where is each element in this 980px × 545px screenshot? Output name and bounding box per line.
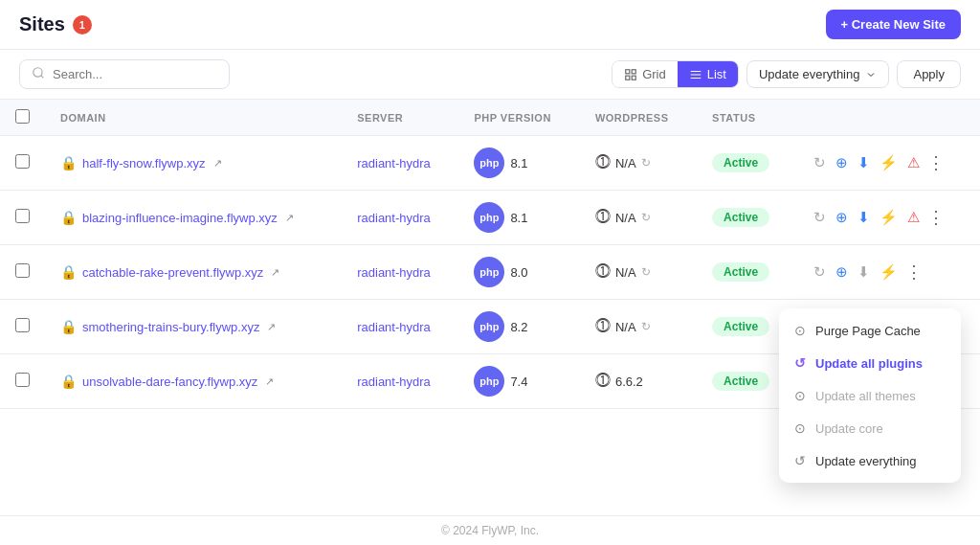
action-icons: ↻ ⊕ ⬇ ⚡ ⚠ ⋮ [812, 207, 965, 228]
server-link[interactable]: radiant-hydra [357, 211, 431, 225]
list-view-button[interactable]: List [678, 61, 738, 87]
svg-point-0 [33, 68, 42, 77]
action-icons: ↻ ⊕ ⬇ ⚡ ⋮ [812, 261, 965, 283]
more-options-icon[interactable]: ⋮ [927, 152, 945, 173]
more-options-icon[interactable]: ⋮ [927, 207, 945, 228]
lock-icon: 🔒 [60, 319, 77, 334]
footer: © 2024 FlyWP, Inc. [0, 515, 980, 545]
purge-cache-item[interactable]: ⊙ Purge Page Cache [779, 314, 961, 347]
row-checkbox-cell [0, 354, 45, 409]
bolt-icon[interactable]: ⚡ [878, 152, 900, 173]
toolbar: Grid List Update everything Apply [0, 50, 980, 100]
row-checkbox[interactable] [15, 154, 30, 169]
search-input[interactable] [53, 67, 217, 81]
bolt-icon[interactable]: ⚡ [878, 207, 900, 228]
download-icon[interactable]: ⬇ [856, 207, 872, 228]
server-column-header: SERVER [342, 100, 458, 136]
update-everything-dropdown[interactable]: Update everything [746, 60, 890, 88]
row-checkbox[interactable] [15, 373, 30, 387]
select-all-checkbox[interactable] [15, 109, 30, 124]
external-link-icon[interactable]: ↗ [213, 157, 222, 170]
php-version: 8.1 [510, 156, 527, 170]
php-version: 7.4 [510, 375, 527, 389]
row-checkbox[interactable] [15, 209, 30, 223]
server-link[interactable]: radiant-hydra [357, 156, 431, 170]
list-label: List [707, 67, 726, 81]
update-dropdown-label: Update everything [759, 67, 860, 81]
server-link[interactable]: radiant-hydra [357, 375, 431, 389]
php-version: 8.2 [510, 320, 527, 334]
refresh-icon[interactable]: ↻ [812, 152, 828, 173]
search-wrap [19, 59, 230, 89]
domain-link[interactable]: half-fly-snow.flywp.xyz [82, 156, 206, 170]
table-row: 🔒 blazing-influence-imagine.flywp.xyz ↗ … [0, 191, 980, 245]
row-checkbox-cell [0, 191, 45, 245]
external-link-icon[interactable]: ↗ [267, 321, 276, 333]
update-everything-item[interactable]: ↺ Update everything [779, 444, 961, 477]
create-site-button[interactable]: + Create New Site [826, 10, 961, 39]
wp-cell: ⓵ N/A ↻ [580, 136, 697, 191]
apply-button[interactable]: Apply [897, 60, 961, 88]
wp-version: N/A [615, 156, 636, 170]
svg-line-1 [41, 76, 44, 79]
sync-icon[interactable]: ↻ [641, 320, 651, 333]
update-plugins-item[interactable]: ↺ Update all plugins [779, 347, 961, 379]
update-everything-icon: ↺ [794, 453, 806, 468]
wp-cell: ⓵ N/A ↻ [580, 245, 697, 300]
grid-view-button[interactable]: Grid [612, 61, 678, 87]
domain-link[interactable]: catchable-rake-prevent.flywp.xyz [82, 265, 263, 280]
refresh-icon[interactable]: ↻ [812, 261, 828, 283]
download-icon[interactable]: ⬇ [856, 152, 872, 173]
update-core-icon: ⊙ [794, 420, 806, 436]
status-badge: Active [712, 153, 769, 172]
external-link-icon[interactable]: ↗ [265, 375, 274, 388]
server-link[interactable]: radiant-hydra [357, 320, 431, 334]
sync-icon[interactable]: ↻ [641, 211, 651, 224]
php-badge: php [474, 202, 504, 233]
row-checkbox[interactable] [15, 263, 30, 278]
external-link-icon[interactable]: ↗ [271, 266, 279, 279]
footer-text: © 2024 FlyWP, Inc. [441, 524, 539, 537]
php-version: 8.0 [510, 265, 527, 280]
backup-icon[interactable]: ⊕ [834, 207, 850, 228]
update-themes-item[interactable]: ⊙ Update all themes [779, 379, 961, 412]
lock-icon: 🔒 [60, 210, 77, 225]
update-plugins-label: Update all plugins [815, 356, 923, 371]
action-cell: ↻ ⊕ ⬇ ⚡ ⚠ ⋮ [796, 136, 980, 191]
domain-link[interactable]: smothering-trains-bury.flywp.xyz [82, 320, 259, 334]
php-cell: php 8.1 [458, 191, 580, 245]
update-themes-icon: ⊙ [794, 388, 806, 403]
download-icon[interactable]: ⬇ [856, 261, 872, 283]
domain-cell: 🔒 catchable-rake-prevent.flywp.xyz ↗ [45, 245, 342, 300]
context-menu: ⊙ Purge Page Cache ↺ Update all plugins … [779, 308, 961, 483]
update-core-item[interactable]: ⊙ Update core [779, 412, 961, 444]
wordpress-icon: ⓵ [595, 318, 611, 335]
domain-cell: 🔒 blazing-influence-imagine.flywp.xyz ↗ [45, 191, 342, 245]
warning-icon[interactable]: ⚠ [905, 152, 922, 173]
purge-cache-icon: ⊙ [794, 323, 806, 338]
backup-icon[interactable]: ⊕ [834, 152, 850, 173]
refresh-icon[interactable]: ↻ [812, 207, 828, 228]
row-checkbox-cell [0, 245, 45, 300]
svg-rect-3 [632, 69, 635, 73]
php-badge: php [474, 366, 504, 397]
server-cell: radiant-hydra [342, 191, 458, 245]
bolt-icon[interactable]: ⚡ [878, 261, 900, 283]
domain-link[interactable]: blazing-influence-imagine.flywp.xyz [82, 211, 278, 225]
lock-icon: 🔒 [60, 264, 77, 280]
row-checkbox[interactable] [15, 318, 30, 332]
status-cell: Active [697, 136, 796, 191]
server-link[interactable]: radiant-hydra [357, 265, 431, 280]
sites-badge: 1 [73, 15, 92, 34]
domain-cell: 🔒 smothering-trains-bury.flywp.xyz ↗ [45, 300, 342, 354]
domain-link[interactable]: unsolvable-dare-fancy.flywp.xyz [82, 375, 257, 389]
warning-icon[interactable]: ⚠ [905, 207, 922, 228]
sync-icon[interactable]: ↻ [641, 156, 651, 170]
grid-label: Grid [642, 67, 666, 81]
sync-icon[interactable]: ↻ [641, 265, 651, 279]
wp-version: N/A [615, 265, 636, 280]
more-options-icon[interactable]: ⋮ [905, 261, 923, 283]
toolbar-right: Grid List Update everything Apply [612, 60, 961, 88]
backup-icon[interactable]: ⊕ [834, 261, 850, 283]
external-link-icon[interactable]: ↗ [285, 212, 294, 224]
